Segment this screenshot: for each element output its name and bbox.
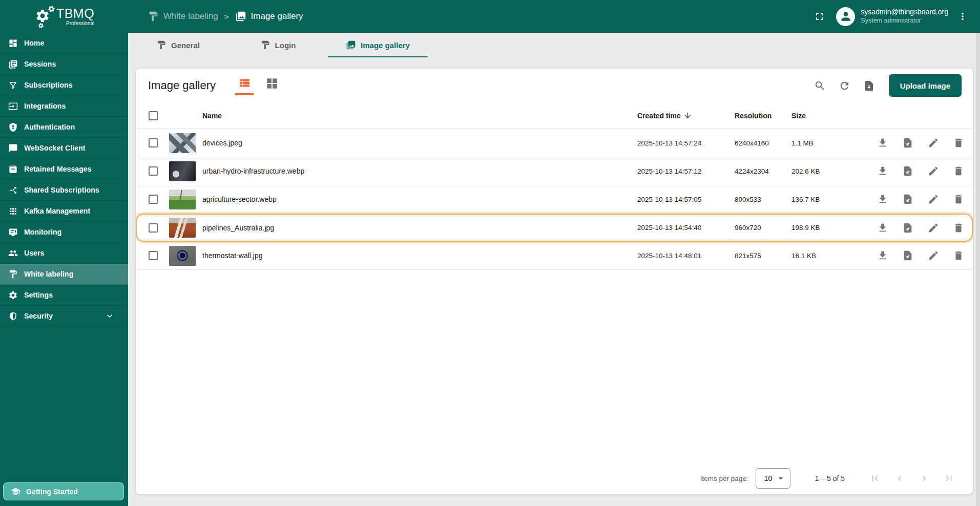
sidebar-item-label: Users bbox=[24, 249, 44, 257]
delete-button[interactable] bbox=[950, 191, 967, 207]
column-header-resolution[interactable]: Resolution bbox=[735, 112, 791, 120]
download-button[interactable] bbox=[874, 191, 891, 207]
delete-button[interactable] bbox=[950, 135, 967, 151]
row-checkbox[interactable] bbox=[149, 138, 158, 147]
sidebar-item-settings[interactable]: Settings bbox=[0, 285, 128, 306]
user-menu[interactable]: sysadmin@thingsboard.org System administ… bbox=[836, 7, 948, 26]
tab-general[interactable]: General bbox=[128, 33, 228, 57]
import-file-icon bbox=[863, 80, 875, 92]
export-icon bbox=[902, 194, 913, 205]
more-menu-button[interactable] bbox=[952, 6, 973, 27]
sidebar-item-label: Authentication bbox=[24, 123, 75, 131]
search-button[interactable] bbox=[810, 75, 830, 96]
sidebar-item-authentication[interactable]: Authentication bbox=[0, 117, 128, 138]
caret-down-icon bbox=[776, 473, 786, 483]
upload-image-button[interactable]: Upload image bbox=[889, 74, 962, 97]
chevron-right-button[interactable] bbox=[915, 470, 933, 487]
table-row[interactable]: agriculture-sector.webp2025-10-13 14:57:… bbox=[136, 185, 973, 214]
chevron-right-icon bbox=[919, 473, 930, 484]
row-checkbox[interactable] bbox=[149, 251, 158, 260]
delete-button[interactable] bbox=[950, 247, 967, 264]
download-button[interactable] bbox=[874, 220, 891, 236]
sidebar-item-shared-subscriptions[interactable]: Shared Subscriptions bbox=[0, 180, 128, 201]
paint-roller-icon bbox=[148, 11, 159, 22]
fullscreen-icon bbox=[814, 10, 826, 23]
sidebar-item-integrations[interactable]: Integrations bbox=[0, 96, 128, 117]
column-header-size[interactable]: Size bbox=[791, 112, 874, 120]
column-header-created-time[interactable]: Created time bbox=[637, 111, 735, 120]
row-checkbox[interactable] bbox=[149, 223, 158, 233]
download-button[interactable] bbox=[874, 247, 891, 264]
download-button[interactable] bbox=[874, 135, 891, 151]
breadcrumb-item-white-labeling[interactable]: White labeling bbox=[148, 11, 218, 22]
table-row[interactable]: pipelines_Australia.jpg2025-10-13 14:54:… bbox=[136, 214, 973, 242]
last-page-button[interactable] bbox=[940, 470, 957, 487]
edit-button[interactable] bbox=[925, 135, 942, 151]
tab-image-gallery[interactable]: Image gallery bbox=[328, 33, 428, 57]
edit-button[interactable] bbox=[925, 247, 942, 264]
sidebar: HomeSessionsSubscriptionsIntegrationsAut… bbox=[0, 33, 128, 506]
sidebar-item-label: Settings bbox=[24, 291, 53, 299]
delete-button[interactable] bbox=[950, 220, 967, 236]
image-name: devices.jpeg bbox=[202, 139, 637, 147]
sessions-book-icon bbox=[8, 59, 18, 69]
select-all-checkbox[interactable] bbox=[149, 111, 158, 120]
sidebar-item-home[interactable]: Home bbox=[0, 33, 128, 54]
grid-view-toggle[interactable] bbox=[262, 76, 282, 90]
edit-button[interactable] bbox=[925, 191, 942, 207]
sidebar-item-websocket-client[interactable]: WebSocket Client bbox=[0, 138, 128, 159]
page-scrollbar[interactable] bbox=[976, 33, 980, 506]
export-button[interactable] bbox=[900, 163, 916, 179]
sidebar-item-subscriptions[interactable]: Subscriptions bbox=[0, 75, 128, 96]
archive-icon bbox=[8, 164, 18, 174]
sidebar-item-monitoring[interactable]: Monitoring bbox=[0, 222, 128, 243]
download-icon bbox=[877, 222, 888, 234]
items-per-page-select[interactable]: 10 bbox=[756, 468, 790, 489]
list-view-toggle[interactable] bbox=[234, 76, 255, 95]
edit-button[interactable] bbox=[925, 163, 942, 179]
sidebar-item-kafka-management[interactable]: Kafka Management bbox=[0, 201, 128, 222]
export-button[interactable] bbox=[900, 220, 916, 236]
import-image-button[interactable] bbox=[859, 75, 880, 96]
chevron-left-button[interactable] bbox=[891, 470, 908, 487]
edit-icon bbox=[928, 222, 939, 234]
active-view-underline bbox=[235, 93, 254, 95]
table-row[interactable]: urban-hydro-infrastructure.webp2025-10-1… bbox=[136, 157, 973, 185]
delete-button[interactable] bbox=[950, 163, 967, 179]
download-button[interactable] bbox=[874, 163, 891, 179]
fullscreen-button[interactable] bbox=[809, 6, 830, 27]
edit-icon bbox=[928, 137, 939, 149]
app-logo[interactable]: TBMQ Professional bbox=[0, 5, 128, 28]
refresh-button[interactable] bbox=[835, 75, 855, 96]
sort-desc-icon bbox=[683, 111, 692, 120]
column-header-name[interactable]: Name bbox=[202, 112, 637, 120]
tab-login[interactable]: Login bbox=[228, 33, 328, 57]
export-button[interactable] bbox=[900, 191, 916, 207]
sidebar-item-security[interactable]: Security bbox=[0, 306, 128, 327]
table-row[interactable]: devices.jpeg2025-10-13 14:57:246240x4160… bbox=[136, 129, 973, 157]
breadcrumb-label: White labeling bbox=[163, 11, 218, 22]
sidebar-item-retained-messages[interactable]: Retained Messages bbox=[0, 159, 128, 180]
items-per-page-label: Items per page: bbox=[700, 475, 748, 482]
more-vert-icon bbox=[957, 11, 968, 22]
first-page-button[interactable] bbox=[866, 470, 884, 487]
table-row[interactable]: thermostat-wall.jpg2025-10-13 14:48:0182… bbox=[136, 242, 973, 270]
people-icon bbox=[8, 248, 18, 258]
getting-started-button[interactable]: Getting Started bbox=[3, 482, 124, 500]
app-name: TBMQ bbox=[56, 7, 94, 20]
shield-lock-icon bbox=[8, 122, 18, 132]
export-button[interactable] bbox=[900, 247, 916, 264]
chevron-left-icon bbox=[894, 473, 905, 484]
sidebar-item-label: Home bbox=[24, 39, 44, 47]
last-page-icon bbox=[943, 473, 954, 484]
edit-button[interactable] bbox=[925, 220, 942, 236]
tab-bar: GeneralLoginImage gallery bbox=[128, 33, 980, 57]
breadcrumb-label: Image gallery bbox=[251, 11, 303, 22]
row-checkbox[interactable] bbox=[149, 166, 158, 176]
sidebar-item-users[interactable]: Users bbox=[0, 243, 128, 264]
breadcrumb-item-image-gallery[interactable]: Image gallery bbox=[235, 11, 303, 22]
sidebar-item-white-labeling[interactable]: White labeling bbox=[0, 264, 128, 285]
export-button[interactable] bbox=[900, 135, 916, 151]
row-checkbox[interactable] bbox=[149, 195, 158, 204]
sidebar-item-sessions[interactable]: Sessions bbox=[0, 54, 128, 75]
